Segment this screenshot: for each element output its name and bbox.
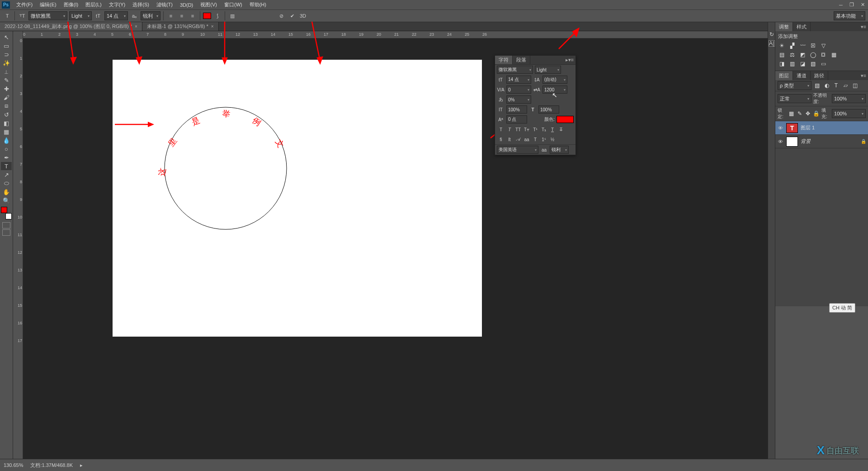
- character-panel-icon[interactable]: A|: [769, 40, 775, 47]
- invert-icon[interactable]: ◨: [778, 60, 786, 67]
- panel-menu-icon[interactable]: ▾≡: [859, 24, 868, 30]
- ot-ordinal-icon[interactable]: 1ˢ: [540, 136, 547, 143]
- fill-input[interactable]: 100%▾: [832, 109, 866, 118]
- underline-icon[interactable]: T: [549, 126, 556, 133]
- hue-icon[interactable]: ▤: [778, 51, 786, 58]
- text-tool-preset-icon[interactable]: T: [3, 11, 12, 20]
- lock-all-icon[interactable]: 🔒: [813, 110, 820, 118]
- char-aa-dropdown[interactable]: 锐利▾: [550, 146, 569, 154]
- ot-st-icon[interactable]: ſt: [506, 136, 513, 143]
- selective-icon[interactable]: ▧: [809, 60, 817, 67]
- marquee-tool-icon[interactable]: ▭: [1, 42, 12, 50]
- zoom-tool-icon[interactable]: 🔍: [1, 196, 12, 205]
- visibility-icon[interactable]: 👁: [777, 125, 783, 131]
- posterize-icon[interactable]: ▥: [788, 60, 796, 67]
- tab-close-icon[interactable]: ×: [135, 24, 137, 29]
- antialias-dropdown[interactable]: 锐利▾: [141, 11, 160, 20]
- tab-styles[interactable]: 样式: [793, 22, 811, 31]
- move-tool-icon[interactable]: ↖: [1, 33, 12, 41]
- visibility-icon[interactable]: 👁: [777, 138, 783, 145]
- char-tracking-input[interactable]: 1200▾: [542, 86, 567, 94]
- eraser-tool-icon[interactable]: ◧: [1, 119, 12, 127]
- blur-tool-icon[interactable]: 💧: [1, 136, 12, 144]
- char-weight-dropdown[interactable]: Light▾: [535, 66, 561, 74]
- shape-tool-icon[interactable]: ⬭: [1, 179, 12, 187]
- opacity-input[interactable]: 100%▾: [832, 94, 866, 103]
- mixer-icon[interactable]: ⛋: [820, 51, 827, 58]
- ot-alt-icon[interactable]: aa: [523, 136, 530, 143]
- menu-file[interactable]: 文件(F): [13, 0, 36, 10]
- bw-icon[interactable]: ◩: [799, 51, 807, 58]
- filter-adjust-icon[interactable]: ◐: [823, 82, 830, 90]
- align-left-icon[interactable]: ≡: [166, 11, 175, 20]
- ot-fraction-icon[interactable]: ½: [549, 136, 556, 143]
- background-color[interactable]: [5, 213, 12, 219]
- menu-type[interactable]: 文字(Y): [105, 0, 129, 10]
- filter-smart-icon[interactable]: ◫: [851, 82, 859, 90]
- commit-edit-icon[interactable]: ✔: [288, 11, 297, 20]
- brightness-icon[interactable]: ☀: [778, 42, 786, 49]
- panel-menu-icon[interactable]: ▾≡: [859, 73, 868, 79]
- wand-tool-icon[interactable]: ✨: [1, 59, 12, 67]
- gradient-tool-icon[interactable]: ▦: [1, 128, 12, 136]
- char-font-dropdown[interactable]: 微软雅黑▾: [497, 66, 533, 74]
- close-icon[interactable]: ✕: [857, 0, 868, 10]
- char-hscale-input[interactable]: 100%: [538, 105, 559, 114]
- char-kerning-input[interactable]: 0▾: [506, 86, 531, 94]
- warp-text-icon[interactable]: ⟆: [213, 11, 222, 20]
- layer-filter-dropdown[interactable]: ρ 类型▾: [778, 81, 811, 90]
- balance-icon[interactable]: ⚖: [788, 51, 796, 58]
- lock-trans-icon[interactable]: ▦: [788, 110, 794, 118]
- tab-character[interactable]: 字符: [495, 56, 513, 64]
- align-right-icon[interactable]: ≡: [188, 11, 197, 20]
- levels-icon[interactable]: ▞: [788, 42, 796, 49]
- workspace-dropdown[interactable]: 基本功能▾: [834, 11, 865, 20]
- filter-pixel-icon[interactable]: ▧: [813, 82, 821, 90]
- layer-name[interactable]: 图层 1: [801, 124, 815, 131]
- text-orientation-icon[interactable]: ⸆T: [18, 11, 27, 20]
- color-swatches[interactable]: [1, 207, 12, 219]
- char-language-dropdown[interactable]: 美国英语▾: [497, 146, 538, 154]
- strike-icon[interactable]: T: [557, 126, 565, 133]
- layer-row[interactable]: 👁 T 图层 1: [775, 121, 868, 135]
- menu-window[interactable]: 窗口(W): [221, 0, 246, 10]
- status-expand-icon[interactable]: ▸: [80, 462, 83, 468]
- menu-3d[interactable]: 3D(D): [176, 0, 197, 10]
- filter-text-icon[interactable]: T: [832, 82, 840, 90]
- menu-view[interactable]: 视图(V): [197, 0, 221, 10]
- maximize-icon[interactable]: ❐: [846, 0, 857, 10]
- history-brush-icon[interactable]: ↺: [1, 110, 12, 119]
- minimize-icon[interactable]: ─: [835, 0, 846, 10]
- ot-titling-icon[interactable]: T: [532, 136, 539, 143]
- cancel-edit-icon[interactable]: ⊘: [277, 11, 286, 20]
- font-weight-dropdown[interactable]: Light▾: [69, 11, 92, 20]
- text-color-swatch[interactable]: [203, 13, 211, 19]
- lasso-tool-icon[interactable]: ⊃: [1, 50, 12, 58]
- filter-shape-icon[interactable]: ▱: [842, 82, 849, 90]
- tab-paths[interactable]: 路径: [811, 71, 828, 80]
- menu-image[interactable]: 图像(I): [60, 0, 82, 10]
- char-color-swatch[interactable]: [557, 116, 574, 123]
- photo-filter-icon[interactable]: ◯: [809, 51, 817, 58]
- dodge-tool-icon[interactable]: ○: [1, 145, 12, 153]
- ot-swash-icon[interactable]: 𝒜: [514, 136, 522, 143]
- exposure-icon[interactable]: ☒: [809, 42, 817, 49]
- char-leading-input[interactable]: (自动)▾: [542, 76, 567, 84]
- layer-name[interactable]: 背景: [801, 138, 811, 145]
- lock-paint-icon[interactable]: ✎: [796, 110, 802, 118]
- character-panel[interactable]: 字符 段落 ▸▾≡ 微软雅黑▾ Light▾ tT 14 点▾ ‡A (自动)▾…: [495, 55, 576, 155]
- tab-close-icon[interactable]: ×: [211, 24, 214, 29]
- menu-help[interactable]: 帮助(H): [246, 0, 270, 10]
- curves-icon[interactable]: 〰: [799, 42, 807, 49]
- crop-tool-icon[interactable]: ⟂: [1, 67, 12, 76]
- brush-tool-icon[interactable]: 🖌: [1, 93, 12, 101]
- font-family-dropdown[interactable]: 微软雅黑▾: [28, 11, 67, 20]
- char-scale-input[interactable]: 0%▾: [506, 95, 531, 104]
- menu-layer[interactable]: 图层(L): [82, 0, 105, 10]
- font-size-dropdown[interactable]: 14 点▾: [104, 11, 128, 20]
- subscript-icon[interactable]: T₁: [540, 126, 547, 133]
- layer-row[interactable]: 👁 背景 🔒: [775, 135, 868, 148]
- zoom-level[interactable]: 130.65%: [4, 462, 23, 468]
- path-select-icon[interactable]: ↗: [1, 171, 12, 179]
- type-tool-icon[interactable]: T: [1, 162, 12, 170]
